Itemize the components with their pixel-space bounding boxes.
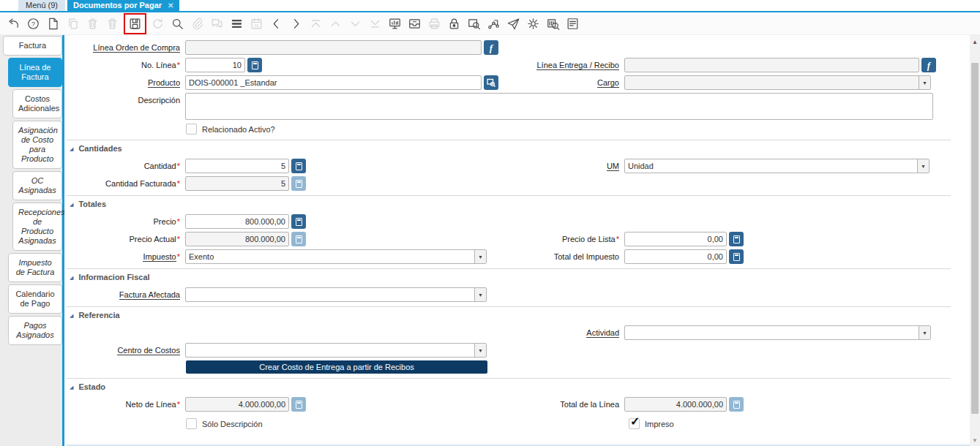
zoom-across-icon[interactable] [464,15,484,33]
um-label: UM [506,159,624,173]
total-impuesto-input[interactable] [624,249,727,264]
calculator-icon [733,253,740,261]
precio-lista-calculator-button[interactable] [729,232,744,246]
chevron-down-icon[interactable]: ▼ [919,326,930,339]
actividad-combobox[interactable]: ▼ [624,325,931,340]
calculator-icon [296,180,302,188]
centro-costos-combobox[interactable]: ▼ [185,343,487,358]
neto-linea-calculator-button [291,397,306,412]
help-icon[interactable]: ? [23,15,43,33]
find-icon[interactable] [168,15,187,33]
descripcion-textarea[interactable] [185,93,933,120]
sidebar-tab-impuesto-de-factura[interactable]: Impuesto de Factura [8,253,62,282]
cantidad-calculator-button[interactable] [291,159,306,173]
no-linea-calculator-button[interactable] [247,58,262,72]
collapse-icon[interactable]: ◢ [70,202,73,207]
producto-input[interactable] [185,75,482,90]
chevron-down-icon[interactable]: ▼ [474,250,486,263]
sidebar-tab-recepciones-de-producto-asignadas[interactable]: Recepciones de Producto Asignadas [12,203,62,251]
sidebar-tab-calendario-de-pago[interactable]: Calendario de Pago [8,284,62,314]
report-icon[interactable] [385,15,405,33]
svg-text:31: 31 [254,23,258,27]
precio-actual-calculator-button [291,232,306,246]
save-icon[interactable] [125,15,145,33]
send-icon[interactable] [504,15,523,33]
calculator-icon [252,61,258,69]
scroll-down-icon[interactable]: ▼ [970,435,980,445]
close-tab-icon[interactable]: ✕ [168,0,173,11]
relacionado-activo-label: Relacionado Activo? [202,125,275,134]
sidebar-tab-línea-de-factura[interactable]: Línea de Factura [8,58,62,87]
impreso-checkbox[interactable]: ✓ [629,418,640,429]
cantidad-facturada-calculator-button [291,176,306,191]
section-totales: ◢ Totales [67,195,951,210]
grid-toggle-icon[interactable] [227,15,247,33]
descripcion-label: Descripción [67,93,185,120]
vertical-scrollbar[interactable]: ▲ ▼ [970,35,980,446]
impuesto-combobox[interactable]: Exento ▼ [185,249,487,264]
um-combobox[interactable]: Unidad ▼ [624,159,929,173]
delete-selection-icon [102,15,122,33]
chevron-down-icon[interactable]: ▼ [474,288,486,301]
producto-label: Producto [67,75,185,90]
solo-descripcion-checkbox[interactable] [186,418,197,429]
sidebar-tab-asignación-de-costo-para-producto[interactable]: Asignación de Costo para Producto [12,121,62,169]
process-icon[interactable] [523,15,543,33]
cantidad-input[interactable] [185,159,289,173]
no-linea-input[interactable] [185,58,245,72]
chevron-down-icon[interactable]: ▼ [919,76,930,89]
print-icon [424,15,444,33]
section-referencia: ◢ Referencia [67,306,951,321]
linea-entrega-zoom-button[interactable]: f [921,58,936,72]
calculator-icon [296,218,302,226]
workflow-icon[interactable] [484,15,504,33]
tab-menu[interactable]: Menú (9) [18,0,65,11]
sidebar-tab-pagos-asignados[interactable]: Pagos Asignados [8,316,62,345]
sidebar-tab-factura[interactable]: Factura [3,36,62,56]
scrollbar-thumb[interactable] [971,63,979,414]
tab-documentos-por-pagar[interactable]: Documentos por Pagar ✕ [67,0,179,11]
sidebar-tab-costos-adicionales[interactable]: Costos Adicionales [12,89,62,118]
collapse-icon[interactable]: ◢ [70,385,73,390]
calculator-icon [733,235,740,243]
search-icon [487,78,495,87]
cargo-combobox: ▼ [624,75,931,90]
lock-icon[interactable] [444,15,464,33]
precio-lista-input[interactable] [624,232,727,246]
collapse-icon[interactable]: ◢ [70,313,73,318]
calendar-icon: 31 [247,15,266,33]
impreso-row: ✓ Impreso [629,417,674,430]
sidebar-tab-oc-asignadas[interactable]: OC Asignadas [12,171,62,200]
solo-descripcion-label: Sólo Descripción [202,420,263,428]
parent-record-icon[interactable] [266,15,286,33]
scroll-up-icon[interactable]: ▲ [970,37,980,47]
product-info-icon[interactable] [543,15,563,33]
sidebar-tab-list: FacturaLínea de FacturaCostos Adicionale… [0,35,64,446]
detail-record-icon[interactable] [286,15,306,33]
linea-orden-compra-zoom-button[interactable]: f [484,40,498,55]
collapse-icon[interactable]: ◢ [70,146,73,151]
total-impuesto-calculator-button[interactable] [729,249,744,264]
chevron-down-icon[interactable]: ▼ [474,344,486,357]
chevron-down-icon[interactable]: ▼ [917,159,929,173]
form-content: Línea Orden de Compra f No. Línea* Línea… [67,35,970,446]
section-estado-title: Estado [78,382,105,391]
record-zoom-icon: f [927,61,930,70]
actividad-label: Actividad [506,325,624,340]
calculator-icon [296,235,302,243]
new-record-icon[interactable] [43,15,63,33]
section-totales-title: Totales [78,200,106,208]
actividad-value [625,326,919,339]
archive-icon[interactable] [405,15,424,33]
undo-icon[interactable] [4,15,23,33]
precio-input[interactable] [185,214,289,229]
collapse-icon[interactable]: ◢ [70,275,73,280]
precio-calculator-button[interactable] [291,214,306,229]
relacionado-activo-checkbox[interactable] [186,124,197,135]
factura-afectada-combobox[interactable]: ▼ [185,287,487,302]
refresh-icon [148,15,168,33]
impuesto-value: Exento [186,250,474,263]
crear-costo-entrega-button[interactable]: Crear Costo de Entrega a partir de Recib… [186,360,487,374]
report-design-icon[interactable] [563,15,583,33]
producto-search-button[interactable] [484,75,498,90]
